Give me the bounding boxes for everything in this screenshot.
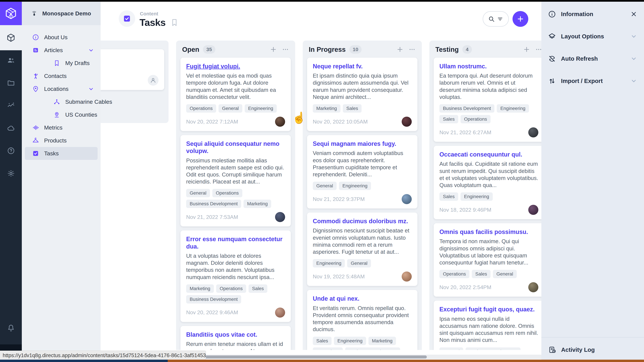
avatar [275,212,285,222]
sidebar-item-about-us[interactable]: About Us [22,31,100,44]
task-title-link[interactable]: Neque repellat fv. [313,63,412,70]
tag-list: Engineering General [313,259,412,268]
task-title-link[interactable]: Ullam nostrumc. [440,63,538,70]
tag: Sales [248,284,267,293]
task-card[interactable]: Occaecati consequuntur qul. Aut facilis … [434,146,541,219]
task-title-link[interactable]: ished task [100,54,158,61]
task-date: Nov 21, 2022 9:37PM [313,196,365,202]
project-switcher[interactable]: Monospace Demo [22,2,100,25]
chevron-down-icon[interactable] [630,55,637,62]
task-date: Nov 21, 2022 6:27AM [440,129,492,136]
task-title-link[interactable]: Blanditiis quos vitae cot. [186,331,285,338]
task-title-link[interactable]: Unde at qui nex. [313,295,412,302]
task-title-link[interactable]: Sequi aliquid consequatur nemo volupw. [186,140,285,155]
task-title-link[interactable]: Omnis quas facilis possimusu. [440,228,538,236]
cube-logo-icon [5,7,17,19]
bell-icon [7,324,15,332]
activity-log-button[interactable]: Activity Log [541,337,644,362]
task-card[interactable]: Commodi ducimus doloribus mz. Dignissimo… [307,213,418,286]
task-title-link[interactable]: Occaecati consequuntur qul. [440,151,538,158]
tag: General [186,189,210,197]
module-extensions[interactable] [7,124,15,132]
tag-list: Operations General Engineering [186,104,285,113]
task-card[interactable]: Sequi aliquid consequatur nemo volupw. P… [180,135,291,226]
module-users[interactable] [7,56,15,64]
column-title: Open [182,46,199,53]
sidebar-item-products[interactable]: Products [22,134,100,147]
sidebar-section-layout-options[interactable]: Layout Options [548,28,637,45]
sidebar-section-information[interactable]: Information [548,6,637,22]
task-date: Nov 20, 2022 10:05AM [313,119,368,125]
avatar [528,282,538,292]
task-description: Et ipsam distinctio quia quia ipsum dign… [313,72,412,100]
bottom-progress-strip [0,360,644,362]
bookmark-icon[interactable] [170,18,178,27]
task-card[interactable]: Unde at qui nex. Et veritatis rerum. Omn… [307,290,418,350]
sidebar-item-locations[interactable]: Locations [22,82,100,95]
tag-list: General Operations Business Development … [186,189,285,208]
add-task-button[interactable] [512,11,528,27]
sidebar-item-tasks[interactable]: Tasks [25,147,98,160]
tag: Operations [212,189,242,197]
section-label: Layout Options [561,33,604,40]
chevron-down-icon[interactable] [630,77,637,84]
chevron-down-icon[interactable] [88,86,94,92]
column-menu-button[interactable] [282,46,289,53]
chevron-down-icon[interactable] [88,47,94,53]
task-card[interactable]: Omnis quas facilis possimusu. Tempora id… [434,223,541,297]
add-card-button[interactable] [523,46,530,53]
tag: Operations [313,348,343,350]
tag: Business Development [466,348,520,350]
sidebar-item-metrics[interactable]: Metrics [22,121,100,134]
sidebar-item-articles[interactable]: Articles [22,44,100,57]
module-help[interactable] [7,147,15,155]
section-label: Information [561,11,593,17]
task-card[interactable]: Sequi magnam maiores fugy. Veniam commod… [307,135,418,209]
column-menu-button[interactable] [535,46,541,53]
tag: Engineering [334,337,366,345]
task-date: Nov 19, 2022 5:48AM [313,274,365,280]
tag: Engineering [339,182,371,190]
add-card-button[interactable] [270,46,277,53]
sidebar-section-import-export[interactable]: Import / Export [548,72,637,89]
checkbox-icon [123,14,131,23]
task-card[interactable]: ished task PM [100,49,164,90]
task-date: Nov 20, 2022 2:54PM [440,284,492,291]
collection-icon-button[interactable] [119,10,135,27]
task-title-link[interactable]: Fugit fugiat volupi. [186,63,285,70]
sidebar-item-contacts[interactable]: Contacts [22,69,100,82]
task-title-link[interactable]: Sequi magnam maiores fugy. [313,140,412,147]
app-logo[interactable] [0,2,22,25]
window-top-edge [0,0,644,2]
task-date: Nov 18, 2022 9:46PM [440,207,492,213]
close-icon[interactable] [630,10,637,17]
search-filter-button[interactable] [483,11,509,27]
tag: Engineering [497,104,529,113]
notifications-button[interactable] [0,324,22,332]
module-insights[interactable] [7,102,15,109]
column-menu-button[interactable] [408,46,416,53]
module-settings[interactable] [7,169,15,177]
task-card[interactable]: Fugit fugiat volupi. Vel et molestiae qu… [180,58,291,131]
task-card[interactable]: Ullam nostrumc. Ea tempora qui. Aut dese… [434,58,541,142]
task-card[interactable]: Error esse numquam consectetur dua. Ut a… [180,230,291,322]
task-card[interactable]: Neque repellat fv. Et ipsam distinctio q… [307,58,418,131]
task-title-link[interactable]: Error esse numquam consectetur dua. [186,236,285,250]
task-card[interactable]: Excepturi fugit fugit quos, quaez. Ipsa … [434,301,541,350]
sidebar-item-us-counties[interactable]: US Counties [22,108,100,121]
task-title-link[interactable]: Excepturi fugit fugit quos, quaez. [440,306,538,313]
sidebar-item-my-drafts[interactable]: My Drafts [22,57,100,69]
breadcrumb[interactable]: Content [140,11,158,16]
tag: Marketing [368,337,396,345]
sidebar-section-auto-refresh[interactable]: Auto Refresh [548,50,637,67]
module-content[interactable] [0,25,22,50]
insights-icon [7,102,15,109]
task-title-link[interactable]: Commodi ducimus doloribus mz. [313,218,412,225]
task-card[interactable]: Blanditiis quos vitae cot. Rerum enim te… [180,326,291,350]
chevron-down-icon[interactable] [630,33,637,40]
sidebar-item-label: Tasks [44,150,59,157]
tag: Operations [186,104,216,113]
sidebar-item-submarine-cables[interactable]: Submarine Cables [22,95,100,108]
add-card-button[interactable] [396,46,404,53]
module-files[interactable] [7,79,15,87]
